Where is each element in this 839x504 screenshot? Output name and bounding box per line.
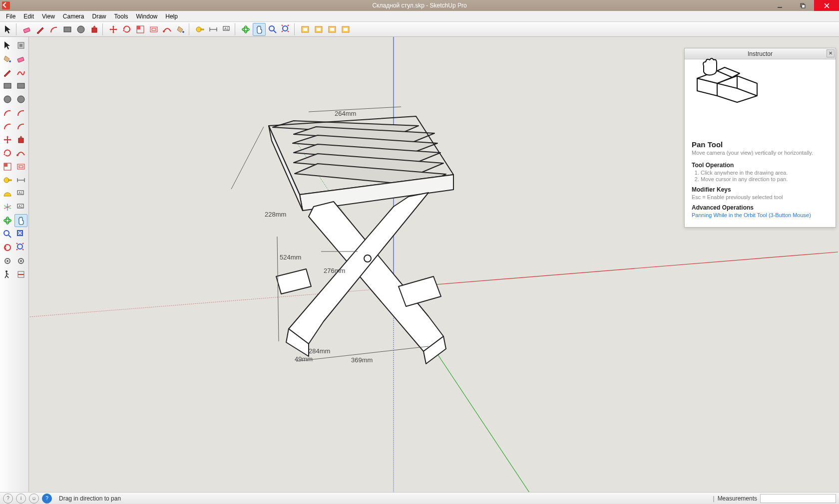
pan-icon[interactable] <box>253 23 266 36</box>
push-pull-icon[interactable] <box>14 133 27 146</box>
select-icon[interactable] <box>1 39 14 52</box>
svg-rect-16 <box>201 29 204 30</box>
menu-draw[interactable]: Draw <box>88 12 110 21</box>
maximize-button[interactable] <box>791 0 814 11</box>
protractor-icon[interactable] <box>1 187 14 200</box>
zoom-icon[interactable] <box>266 23 279 36</box>
follow-me-icon[interactable] <box>161 23 174 36</box>
text-icon[interactable]: A1 <box>220 23 233 36</box>
eraser-icon[interactable] <box>20 23 33 36</box>
walk-icon[interactable] <box>1 268 14 281</box>
text-icon[interactable]: A1 <box>14 187 27 200</box>
extension-warehouse-icon[interactable] <box>326 23 339 36</box>
status-info-icon[interactable]: i <box>16 494 26 504</box>
arc-icon[interactable] <box>47 23 60 36</box>
instructor-tool-desc: Move camera (your view) vertically or ho… <box>692 150 829 156</box>
measurements-input[interactable] <box>760 494 836 503</box>
follow-me-icon[interactable] <box>14 147 27 160</box>
zoom-extents-icon[interactable] <box>14 241 27 254</box>
rotate-icon[interactable] <box>120 23 133 36</box>
add-location-icon[interactable] <box>299 23 312 36</box>
move-icon[interactable] <box>107 23 120 36</box>
zoom-window-icon[interactable] <box>14 228 27 241</box>
rotate-icon[interactable] <box>1 147 14 160</box>
svg-point-44 <box>16 154 18 156</box>
section-plane-icon[interactable] <box>14 268 27 281</box>
pan-icon[interactable] <box>14 214 27 227</box>
move-icon[interactable] <box>1 133 14 146</box>
menu-edit[interactable]: Edit <box>19 12 38 21</box>
3pt-arc-icon[interactable] <box>1 120 14 133</box>
toolbar-left: A1A1 <box>0 37 29 492</box>
dim-228: 228mm <box>265 211 286 218</box>
svg-marker-95 <box>399 276 441 306</box>
push-pull-icon[interactable] <box>88 23 101 36</box>
layout-icon[interactable] <box>339 23 352 36</box>
instructor-illustration <box>692 65 829 140</box>
instructor-op-heading: Tool Operation <box>692 162 829 169</box>
rectangle-icon[interactable] <box>61 23 74 36</box>
instructor-adv-link[interactable]: Panning While in the Orbit Tool (3-Butto… <box>692 212 811 218</box>
menu-window[interactable]: Window <box>132 12 162 21</box>
pencil-icon[interactable] <box>34 23 47 36</box>
instructor-close-icon[interactable]: ✕ <box>827 49 835 57</box>
viewport[interactable]: 264mm 228mm 524mm 276mm 284mm 49mm 369mm… <box>29 37 839 492</box>
previous-icon[interactable] <box>1 241 14 254</box>
zoom-extents-icon[interactable] <box>280 23 293 36</box>
circle-icon[interactable] <box>74 23 87 36</box>
menu-tools[interactable]: Tools <box>110 12 132 21</box>
line-icon[interactable] <box>1 66 14 79</box>
freehand-icon[interactable] <box>14 66 27 79</box>
paint-bucket-icon[interactable] <box>174 23 187 36</box>
orbit-icon[interactable] <box>1 214 14 227</box>
svg-point-14 <box>182 31 184 33</box>
circle-icon[interactable] <box>1 93 14 106</box>
pie-icon[interactable] <box>14 120 27 133</box>
tape-measure-icon[interactable] <box>193 23 206 36</box>
3d-warehouse-icon[interactable] <box>312 23 325 36</box>
dim-524: 524mm <box>280 253 301 261</box>
svg-text:A1: A1 <box>18 205 23 208</box>
orbit-icon[interactable] <box>239 23 252 36</box>
svg-rect-39 <box>4 83 11 88</box>
tape-icon[interactable] <box>1 174 14 187</box>
instructor-op-step: Move cursor in any direction to pan. <box>701 176 829 182</box>
minimize-button[interactable] <box>768 0 791 11</box>
status-help-icon[interactable]: ? <box>3 494 13 504</box>
axes-icon[interactable] <box>1 201 14 214</box>
svg-rect-28 <box>303 28 307 31</box>
3d-text-icon[interactable]: A1 <box>14 201 27 214</box>
select-arrow-icon[interactable] <box>1 23 14 36</box>
offset-icon[interactable] <box>14 160 27 173</box>
scale-icon[interactable] <box>1 160 14 173</box>
2pt-arc-icon[interactable] <box>14 106 27 119</box>
status-user-icon[interactable]: ☺ <box>29 494 39 504</box>
dim-369: 369mm <box>351 356 373 364</box>
offset-icon[interactable] <box>147 23 160 36</box>
instructor-mk-text: Esc = Enable previously selected tool <box>692 194 829 200</box>
status-geo-icon[interactable]: ? <box>42 494 52 504</box>
look-around-icon[interactable] <box>14 254 27 267</box>
dimension-icon[interactable] <box>207 23 220 36</box>
dimension-icon[interactable] <box>14 174 27 187</box>
menu-camera[interactable]: Camera <box>59 12 88 21</box>
menu-view[interactable]: View <box>38 12 59 21</box>
instructor-op-list: Click anywhere in the drawing area. Move… <box>692 170 829 182</box>
paint-bucket-icon[interactable] <box>1 52 14 65</box>
scale-icon[interactable] <box>134 23 147 36</box>
rotated-rect-icon[interactable] <box>14 79 27 92</box>
zoom-icon[interactable] <box>1 228 14 241</box>
rectangle-icon[interactable] <box>1 79 14 92</box>
app-icon <box>2 1 10 9</box>
make-component-icon[interactable] <box>14 39 27 52</box>
position-camera-icon[interactable] <box>1 254 14 267</box>
close-button[interactable] <box>814 0 839 11</box>
eraser-icon[interactable] <box>14 52 27 65</box>
arc-icon[interactable] <box>1 106 14 119</box>
menu-file[interactable]: File <box>2 12 19 21</box>
menu-help[interactable]: Help <box>161 12 182 21</box>
svg-point-41 <box>4 96 11 103</box>
polygon-icon[interactable] <box>14 93 27 106</box>
instructor-tool-name: Pan Tool <box>692 140 829 149</box>
svg-point-37 <box>9 60 11 62</box>
